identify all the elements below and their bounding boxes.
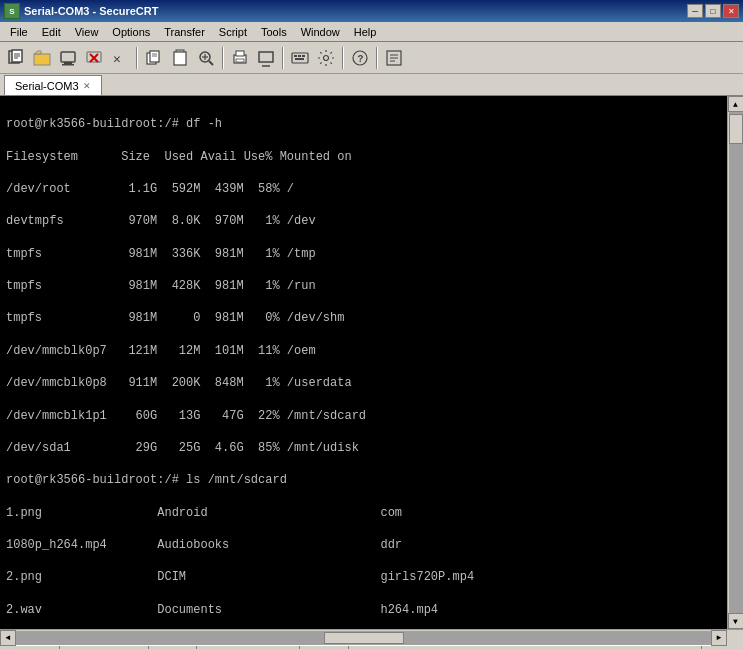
svg-rect-18 xyxy=(174,52,186,65)
horizontal-scrollbar[interactable]: ◄ ► xyxy=(0,630,727,645)
terminal-line-10: /dev/sda1 29G 25G 4.6G 85% /mnt/udisk xyxy=(6,440,721,456)
scrollbar-corner xyxy=(727,630,743,646)
terminal-line-15: 2.wav Documents h264.mp4 xyxy=(6,602,721,618)
svg-rect-8 xyxy=(62,64,74,66)
svg-rect-24 xyxy=(236,51,244,56)
terminal-line-6: tmpfs 981M 0 981M 0% /dev/shm xyxy=(6,310,721,326)
toolbar: ✕ ? xyxy=(0,42,743,74)
tb-print2[interactable] xyxy=(254,46,278,70)
menu-options[interactable]: Options xyxy=(106,24,156,40)
svg-rect-30 xyxy=(298,55,301,57)
terminal-line-12: 1.png Android com xyxy=(6,505,721,521)
scroll-down-arrow[interactable]: ▼ xyxy=(728,613,744,629)
title-bar: S Serial-COM3 - SecureCRT ─ □ ✕ xyxy=(0,0,743,22)
svg-rect-32 xyxy=(295,58,304,60)
scroll-h-track[interactable] xyxy=(16,631,711,645)
title-bar-text: S Serial-COM3 - SecureCRT xyxy=(4,3,158,19)
svg-rect-5 xyxy=(34,54,50,65)
toolbar-separator-3 xyxy=(282,47,284,69)
terminal-line-2: /dev/root 1.1G 592M 439M 58% / xyxy=(6,181,721,197)
status-bar: Ready Serial: COM22 34, 26 34 Rows, 78 C… xyxy=(0,645,743,649)
tb-keymap[interactable] xyxy=(288,46,312,70)
minimize-button[interactable]: ─ xyxy=(687,4,703,18)
tb-print[interactable] xyxy=(228,46,252,70)
terminal-line-3: devtmpfs 970M 8.0K 970M 1% /dev xyxy=(6,213,721,229)
vertical-scrollbar[interactable]: ▲ ▼ xyxy=(727,96,743,629)
tab-serial-com3[interactable]: Serial-COM3 ✕ xyxy=(4,75,102,95)
terminal-container: root@rk3566-buildroot:/# df -h Filesyste… xyxy=(0,96,743,629)
menu-tools[interactable]: Tools xyxy=(255,24,293,40)
terminal-line-7: /dev/mmcblk0p7 121M 12M 101M 11% /oem xyxy=(6,343,721,359)
toolbar-separator-5 xyxy=(376,47,378,69)
tb-settings[interactable] xyxy=(314,46,338,70)
terminal-line-9: /dev/mmcblk1p1 60G 13G 47G 22% /mnt/sdca… xyxy=(6,408,721,424)
svg-rect-31 xyxy=(302,55,305,57)
window-title: Serial-COM3 - SecureCRT xyxy=(24,5,158,17)
tb-info[interactable] xyxy=(382,46,406,70)
menu-help[interactable]: Help xyxy=(348,24,383,40)
terminal-line-11: root@rk3566-buildroot:/# ls /mnt/sdcard xyxy=(6,472,721,488)
menu-file[interactable]: File xyxy=(4,24,34,40)
tb-help[interactable]: ? xyxy=(348,46,372,70)
tb-copy[interactable] xyxy=(142,46,166,70)
svg-text:?: ? xyxy=(358,54,364,65)
scroll-thumb[interactable] xyxy=(729,114,743,144)
tb-disconnect[interactable] xyxy=(82,46,106,70)
svg-rect-29 xyxy=(294,55,297,57)
terminal-line-14: 2.png DCIM girls720P.mp4 xyxy=(6,569,721,585)
svg-text:✕: ✕ xyxy=(113,52,121,67)
scroll-right-arrow[interactable]: ► xyxy=(711,630,727,646)
terminal-line-4: tmpfs 981M 336K 981M 1% /tmp xyxy=(6,246,721,262)
svg-point-33 xyxy=(324,55,329,60)
tb-open-session[interactable] xyxy=(30,46,54,70)
scroll-up-arrow[interactable]: ▲ xyxy=(728,96,744,112)
maximize-button[interactable]: □ xyxy=(705,4,721,18)
app-icon: S xyxy=(4,3,20,19)
tab-label: Serial-COM3 xyxy=(15,80,79,92)
terminal-line-0: root@rk3566-buildroot:/# df -h xyxy=(6,116,721,132)
terminal-line-1: Filesystem Size Used Avail Use% Mounted … xyxy=(6,149,721,165)
terminal-line-5: tmpfs 981M 428K 981M 1% /run xyxy=(6,278,721,294)
terminal-output[interactable]: root@rk3566-buildroot:/# df -h Filesyste… xyxy=(0,96,727,629)
svg-rect-6 xyxy=(61,52,75,62)
menu-edit[interactable]: Edit xyxy=(36,24,67,40)
menu-view[interactable]: View xyxy=(69,24,105,40)
toolbar-separator-4 xyxy=(342,47,344,69)
svg-rect-25 xyxy=(236,59,244,62)
tb-reconnect[interactable]: ✕ xyxy=(108,46,132,70)
toolbar-separator-1 xyxy=(136,47,138,69)
svg-line-20 xyxy=(209,61,213,65)
scroll-h-thumb[interactable] xyxy=(324,632,404,644)
terminal-line-13: 1080p_h264.mp4 Audiobooks ddr xyxy=(6,537,721,553)
tb-paste[interactable] xyxy=(168,46,192,70)
toolbar-separator-2 xyxy=(222,47,224,69)
tab-close-icon[interactable]: ✕ xyxy=(83,81,91,91)
tb-connect[interactable] xyxy=(56,46,80,70)
svg-rect-7 xyxy=(64,62,72,64)
tab-bar: Serial-COM3 ✕ xyxy=(0,74,743,96)
close-button[interactable]: ✕ xyxy=(723,4,739,18)
horizontal-scrollbar-row: ◄ ► xyxy=(0,629,743,645)
menu-transfer[interactable]: Transfer xyxy=(158,24,211,40)
title-controls: ─ □ ✕ xyxy=(687,4,739,18)
menu-window[interactable]: Window xyxy=(295,24,346,40)
menu-script[interactable]: Script xyxy=(213,24,253,40)
scroll-track[interactable] xyxy=(729,112,743,613)
tb-new-session[interactable] xyxy=(4,46,28,70)
tb-zoom[interactable] xyxy=(194,46,218,70)
menu-bar: File Edit View Options Transfer Script T… xyxy=(0,22,743,42)
svg-rect-14 xyxy=(150,51,159,62)
svg-rect-26 xyxy=(259,52,273,62)
terminal-line-8: /dev/mmcblk0p8 911M 200K 848M 1% /userda… xyxy=(6,375,721,391)
scroll-left-arrow[interactable]: ◄ xyxy=(0,630,16,646)
